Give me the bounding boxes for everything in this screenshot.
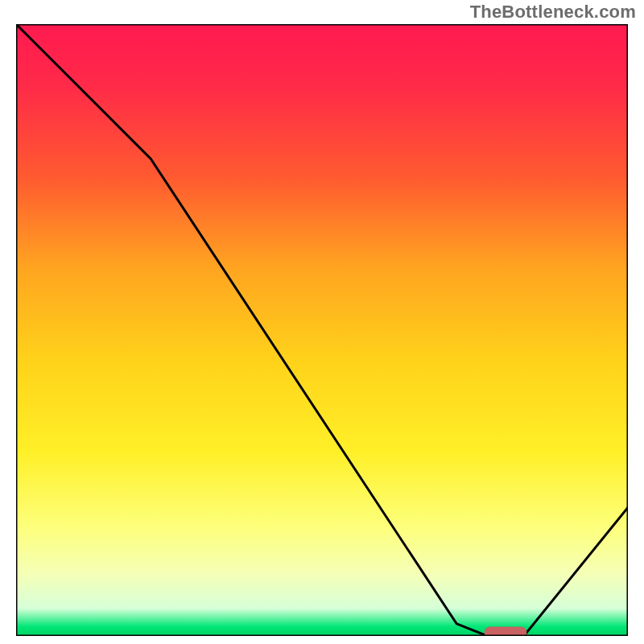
chart-svg	[16, 24, 628, 636]
optimal-marker	[485, 627, 526, 636]
chart-stage: TheBottleneck.com	[0, 0, 644, 644]
chart-plot-area	[16, 24, 628, 636]
watermark-text: TheBottleneck.com	[470, 2, 636, 23]
